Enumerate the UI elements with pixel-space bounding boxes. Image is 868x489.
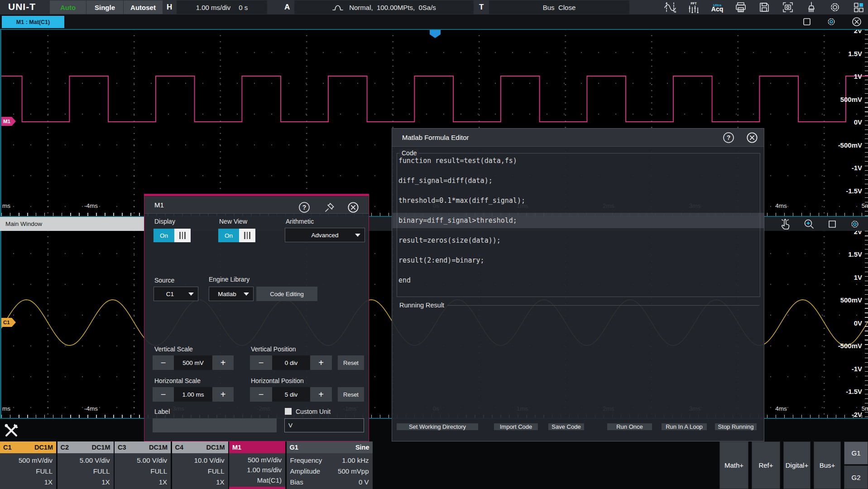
custom-unit-input[interactable]: V	[284, 418, 364, 432]
display-off-state[interactable]	[174, 229, 191, 242]
view-settings-gear-icon[interactable]	[826, 17, 836, 27]
channel-box-c1[interactable]: C1DC1M500 mV/divFULL1X	[0, 441, 56, 489]
tools-icon[interactable]	[4, 423, 19, 438]
zoom-in-icon[interactable]	[804, 219, 815, 230]
code-line[interactable]: end	[398, 276, 411, 284]
custom-unit-checkbox[interactable]	[285, 408, 292, 415]
top-toolbar: UNI-T Auto Single Autoset H 1.00 ms/div …	[0, 0, 868, 15]
channel-body-c4[interactable]: 10.0 V/divFULL1X	[172, 453, 228, 489]
maximize-icon[interactable]	[803, 18, 811, 26]
channel-box-c2[interactable]: C2DC1M5.00 V/divFULL1X	[58, 441, 114, 489]
code-line[interactable]: result(2:end)=binary;	[398, 256, 484, 264]
channel-box-c4[interactable]: C4DC1M10.0 V/divFULL1X	[172, 441, 228, 489]
horizontal-scale-increase-button[interactable]: +	[212, 387, 234, 402]
arithmetic-dropdown[interactable]: Advanced	[285, 228, 365, 242]
new-view-on-state[interactable]: On	[218, 229, 239, 242]
help-icon[interactable]: ?	[723, 132, 734, 144]
channel-header-c2[interactable]: C2DC1M	[58, 441, 114, 453]
label-input[interactable]	[153, 418, 277, 432]
g1-button[interactable]: G1	[844, 441, 868, 465]
brand-logo: UNI-T	[8, 1, 36, 12]
channel-box-c3[interactable]: C3DC1M5.00 V/divFULL1X	[115, 441, 171, 489]
new-view-toggle[interactable]: On	[218, 229, 255, 242]
digital-button[interactable]: Digital+	[783, 441, 810, 489]
channel-header-m1[interactable]: M1	[229, 441, 285, 453]
window-settings-gear-icon[interactable]	[850, 219, 860, 229]
run-once-button[interactable]: Run Once	[607, 423, 652, 430]
code-line[interactable]: binary=diff_signal>threshold;	[398, 216, 517, 225]
channel-box-g1[interactable]: G1SineFrequency1.00 kHzAmplitude500 mVpp…	[287, 441, 373, 489]
import-code-button[interactable]: Import Code	[494, 423, 538, 430]
run-in-a-loop-button[interactable]: Run In A Loop	[662, 423, 707, 430]
engine-library-dropdown[interactable]: Matlab	[209, 287, 254, 301]
vertical-scale-decrease-button[interactable]: −	[153, 355, 174, 370]
vertical-scale-increase-button[interactable]: +	[212, 355, 234, 370]
new-view-off-state[interactable]	[239, 229, 255, 242]
trigger-section-label: T	[479, 0, 484, 14]
horizontal-scale-value[interactable]: 1.00 ms	[174, 387, 212, 402]
code-line[interactable]: function result=test(data,fs)	[398, 157, 517, 165]
vertical-position-value[interactable]: 0 div	[272, 355, 310, 370]
save-code-button[interactable]: Save Code	[548, 423, 584, 430]
display-on-state[interactable]: On	[153, 229, 174, 242]
channel-header-g1[interactable]: G1Sine	[287, 441, 373, 453]
vertical-position-increase-button[interactable]: +	[310, 355, 332, 370]
single-button[interactable]: Single	[86, 0, 124, 14]
stop-running-button[interactable]: Stop Running	[715, 423, 757, 430]
code-editing-button[interactable]: Code Editing	[256, 287, 317, 301]
autoset-button[interactable]: Autoset	[124, 0, 163, 14]
source-dropdown[interactable]: C1	[153, 287, 198, 301]
timebase-display[interactable]: 1.00 ms/div 0 s	[177, 0, 267, 14]
channel-body-m1[interactable]: 500 mV/div1.00 ms/divMat(C1)	[229, 453, 285, 487]
vertical-scale-value[interactable]: 500 mV	[174, 355, 212, 370]
help-icon[interactable]: ?	[298, 201, 310, 213]
tab-m1-mat-c1[interactable]: M1 : Mat(C1)	[2, 16, 64, 28]
code-line[interactable]: threshold=0.1*max(diff_signal);	[398, 197, 525, 205]
close-dialog-icon[interactable]	[746, 132, 758, 144]
channel-box-m1[interactable]: M1500 mV/div1.00 ms/divMat(C1)	[229, 441, 285, 489]
horizontal-reset-button[interactable]: Reset	[338, 387, 364, 402]
channel-header-c1[interactable]: C1DC1M	[0, 441, 56, 453]
screenshot-icon[interactable]	[781, 1, 795, 13]
horizontal-position-value[interactable]: 5 div	[272, 387, 310, 402]
channel-coupling-label: DC1M	[34, 444, 53, 451]
bus-button[interactable]: Bus+	[814, 441, 841, 489]
ultra-acq-icon[interactable]: Ultra Acq	[710, 1, 724, 13]
close-view-icon[interactable]	[852, 17, 862, 27]
display-toggle[interactable]: On	[153, 229, 191, 242]
acquisition-display[interactable]: Normal, 100.00MPts, 0Sa/s	[294, 0, 474, 14]
channel-body-c2[interactable]: 5.00 V/divFULL1X	[58, 453, 114, 489]
channel-body-c3[interactable]: 5.00 V/divFULL1X	[115, 453, 171, 489]
code-line[interactable]: diff_signal=diff(data);	[398, 177, 493, 185]
maximize-window-icon[interactable]	[828, 220, 836, 228]
pin-icon[interactable]	[324, 201, 336, 213]
touch-mode-icon[interactable]	[780, 219, 790, 230]
layout-grid-icon[interactable]	[852, 1, 865, 13]
print-icon[interactable]	[734, 1, 748, 13]
auto-button[interactable]: Auto	[50, 0, 86, 14]
matlab-dialog-titlebar[interactable]: Matlab Formula Editor	[392, 129, 764, 147]
close-dialog-icon[interactable]	[347, 201, 359, 213]
save-icon[interactable]	[758, 1, 771, 13]
channel-body-g1[interactable]: Frequency1.00 kHzAmplitude500 mVppBias0 …	[287, 453, 373, 489]
trigger-display[interactable]: Bus Close	[489, 0, 629, 14]
fft-icon[interactable]: FFT	[687, 1, 700, 13]
code-line[interactable]: result=zeros(size(data));	[398, 236, 501, 244]
horizontal-scale-decrease-button[interactable]: −	[153, 387, 174, 402]
horizontal-position-decrease-button[interactable]: −	[250, 387, 272, 402]
channel-body-c1[interactable]: 500 mV/divFULL1X	[0, 453, 56, 489]
math-button[interactable]: Math+	[719, 441, 748, 489]
channel-header-c4[interactable]: C4DC1M	[172, 441, 228, 453]
ref-button[interactable]: Ref+	[752, 441, 780, 489]
acquire-section-label: A	[284, 0, 290, 14]
settings-icon[interactable]	[828, 1, 842, 13]
running-result-label: Running Result	[399, 302, 444, 309]
cursor-measure-icon[interactable]: A B	[663, 1, 677, 13]
set-working-directory-button[interactable]: Set Working Directory	[397, 423, 478, 430]
horizontal-position-increase-button[interactable]: +	[310, 387, 332, 402]
channel-header-c3[interactable]: C3DC1M	[115, 441, 171, 453]
g2-button[interactable]: G2	[844, 465, 868, 489]
vertical-position-decrease-button[interactable]: −	[250, 355, 272, 370]
vertical-reset-button[interactable]: Reset	[338, 355, 364, 370]
clear-icon[interactable]	[805, 1, 818, 13]
